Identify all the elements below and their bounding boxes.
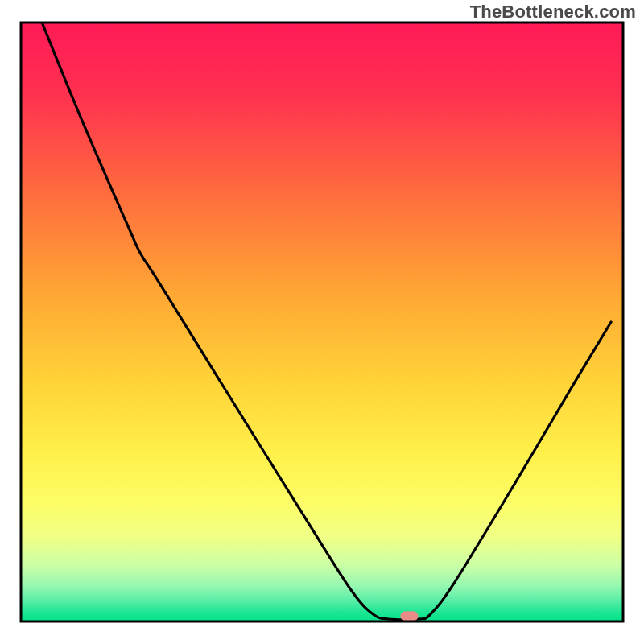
gradient-background	[21, 23, 623, 621]
optimal-marker	[400, 611, 418, 621]
chart-svg	[0, 0, 644, 644]
watermark-text: TheBottleneck.com	[470, 2, 636, 23]
plot-area	[21, 23, 623, 621]
bottleneck-chart: TheBottleneck.com	[0, 0, 644, 644]
